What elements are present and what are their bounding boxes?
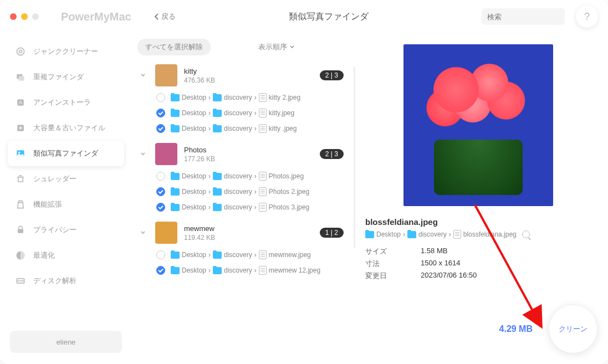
checkbox[interactable] — [156, 203, 165, 212]
reveal-icon[interactable] — [522, 230, 530, 238]
file-row[interactable]: Desktop›discovery›kitty.jpeg — [137, 105, 354, 121]
sidebar-icon — [14, 147, 27, 160]
document-icon — [259, 124, 267, 133]
svg-point-2 — [17, 48, 24, 55]
sidebar-icon — [14, 45, 27, 58]
sidebar-item-label: ジャンククリーナー — [33, 47, 98, 57]
chevron-down-icon[interactable] — [137, 70, 149, 81]
chevron-down-icon[interactable] — [137, 227, 149, 238]
preview-path: Desktop› discovery› blossfeldiana.jpeg — [365, 230, 591, 239]
checkbox[interactable] — [156, 124, 165, 133]
folder-icon — [213, 94, 222, 101]
file-row[interactable]: Desktop›discovery›Photos 2.jpeg — [137, 184, 354, 199]
file-path: Desktop›discovery›Photos 2.jpeg — [171, 187, 309, 196]
app-brand: PowerMyMac — [61, 11, 131, 23]
maximize-icon[interactable] — [32, 13, 39, 20]
svg-point-3 — [19, 50, 22, 53]
sidebar: ジャンククリーナー重複ファインダAアンインストーラ大容量＆古いファイル類似写真フ… — [0, 33, 132, 364]
file-path: Desktop›discovery›Photos 3.jpeg — [171, 203, 309, 212]
page-title: 類似写真ファインダ — [176, 11, 482, 23]
checkbox[interactable] — [156, 250, 165, 259]
group-header[interactable]: Photos177.26 KB2 | 3 — [137, 140, 354, 168]
search-box[interactable] — [482, 8, 565, 25]
file-row[interactable]: Desktop›discovery›mewmew.jpeg — [137, 247, 354, 263]
search-input[interactable] — [487, 13, 580, 21]
group-name: mewmew — [184, 224, 313, 233]
sidebar-item[interactable]: ジャンククリーナー — [8, 39, 124, 64]
sidebar-item-label: ディスク解析 — [33, 276, 76, 286]
close-icon[interactable] — [10, 13, 17, 20]
document-icon — [259, 109, 267, 117]
sidebar-item[interactable]: 類似写真ファインダ — [8, 141, 124, 166]
sidebar-item[interactable]: ディスク解析 — [8, 268, 124, 294]
file-list-panel: すべてを選択解除 表示順序 kitty476.36 KB2 | 3Desktop… — [132, 33, 354, 364]
meta-value: 2023/07/06 16:50 — [421, 271, 477, 281]
chevron-left-icon — [154, 13, 159, 20]
sidebar-icon: A — [14, 96, 27, 109]
user-badge[interactable]: eliene — [10, 331, 122, 353]
sidebar-item[interactable]: シュレッダー — [8, 166, 124, 192]
checkbox[interactable] — [156, 109, 165, 117]
folder-icon — [171, 188, 180, 196]
file-path: Desktop›discovery›kitty 2.jpeg — [171, 93, 300, 102]
document-icon — [259, 266, 267, 275]
file-path: Desktop›discovery›kitty.jpeg — [171, 109, 294, 117]
meta-label: 変更日 — [365, 271, 421, 281]
file-row[interactable]: Desktop›discovery›kitty .jpeg — [137, 121, 354, 136]
group-size: 476.36 KB — [184, 76, 313, 84]
file-path: Desktop›discovery›Photos.jpeg — [171, 172, 304, 181]
group-header[interactable]: mewmew119.42 KB1 | 2 — [137, 218, 354, 247]
preview-meta-row: 変更日2023/07/06 16:50 — [365, 270, 591, 282]
file-row[interactable]: Desktop›discovery›Photos.jpeg — [137, 168, 354, 184]
header: PowerMyMac 戻る 類似写真ファインダ ? — [0, 0, 608, 33]
chevron-down-icon — [289, 45, 295, 49]
sidebar-item[interactable]: 重複ファインダ — [8, 64, 124, 90]
sidebar-item-label: シュレッダー — [33, 174, 76, 184]
meta-value: 1500 x 1614 — [421, 259, 461, 269]
checkbox[interactable] — [156, 93, 165, 102]
file-row[interactable]: Desktop›discovery›Photos 3.jpeg — [137, 199, 354, 215]
divider — [354, 66, 355, 248]
clean-button[interactable]: クリーン — [549, 305, 597, 353]
sidebar-item-label: アンインストーラ — [33, 98, 91, 107]
meta-label: サイズ — [365, 247, 421, 257]
folder-icon — [171, 94, 180, 101]
file-path: Desktop›discovery›mewmew 12.jpeg — [171, 266, 320, 275]
deselect-all-button[interactable]: すべてを選択解除 — [137, 39, 211, 55]
preview-filename: blossfeldiana.jpeg — [365, 217, 591, 227]
checkbox[interactable] — [156, 172, 165, 181]
file-row[interactable]: Desktop›discovery›kitty 2.jpeg — [137, 90, 354, 105]
sidebar-item-label: 類似写真ファインダ — [33, 148, 98, 158]
sort-label: 表示順序 — [258, 42, 287, 52]
sidebar-item[interactable]: 最適化 — [8, 243, 124, 268]
sidebar-item[interactable]: 機能拡張 — [8, 192, 124, 217]
thumbnail — [155, 64, 177, 86]
folder-icon — [365, 231, 374, 238]
svg-point-10 — [18, 152, 20, 153]
thumbnail — [155, 143, 177, 165]
minimize-icon[interactable] — [21, 13, 28, 20]
sort-button[interactable]: 表示順序 — [258, 42, 295, 52]
document-icon — [453, 230, 461, 239]
sidebar-item[interactable]: 大容量＆古いファイル — [8, 115, 124, 141]
folder-icon — [171, 204, 180, 211]
checkbox[interactable] — [156, 266, 165, 275]
meta-label: 寸法 — [365, 259, 421, 269]
document-icon — [259, 93, 267, 102]
chevron-down-icon[interactable] — [137, 148, 149, 160]
file-row[interactable]: Desktop›discovery›mewmew 12.jpeg — [137, 263, 354, 278]
help-button[interactable]: ? — [576, 6, 598, 28]
sidebar-item[interactable]: Aアンインストーラ — [8, 90, 124, 115]
sidebar-icon — [14, 224, 27, 236]
group-header[interactable]: kitty476.36 KB2 | 3 — [137, 61, 354, 90]
group-size: 177.26 KB — [184, 155, 313, 163]
back-button[interactable]: 戻る — [154, 12, 176, 22]
back-label: 戻る — [161, 12, 176, 22]
svg-rect-5 — [19, 76, 24, 80]
sidebar-item-label: 重複ファインダ — [33, 72, 84, 82]
checkbox[interactable] — [156, 187, 165, 196]
sidebar-icon — [14, 249, 27, 262]
folder-icon — [213, 204, 222, 211]
sidebar-item[interactable]: プライバシー — [8, 217, 124, 243]
sidebar-item-label: 大容量＆古いファイル — [33, 123, 105, 133]
